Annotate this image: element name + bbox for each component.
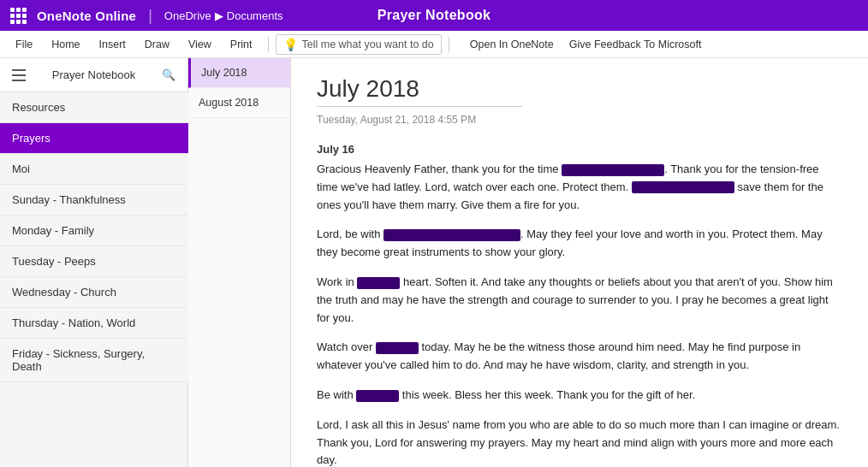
- entry-paragraph-3: Work in heart. Soften it. And take any t…: [317, 274, 842, 327]
- notebook-title: Prayer Notebook: [378, 8, 491, 23]
- open-in-onenote-button[interactable]: Open In OneNote: [463, 35, 561, 54]
- sidebar-item-resources[interactable]: Resources: [0, 92, 188, 123]
- sidebar-item-wednesday[interactable]: Wednesday - Church: [0, 277, 188, 308]
- content-area: July 2018 Tuesday, August 21, 2018 4:55 …: [291, 58, 868, 467]
- sidebar-item-moi[interactable]: Moi: [0, 154, 188, 185]
- main-layout: Prayer Notebook 🔍 Resources Prayers Moi …: [0, 58, 868, 467]
- tell-me-input[interactable]: 💡 Tell me what you want to do: [276, 34, 442, 55]
- page-item-august[interactable]: August 2018: [188, 88, 290, 118]
- feedback-button[interactable]: Give Feedback To Microsoft: [562, 35, 709, 54]
- redacted-1: [562, 164, 664, 176]
- entry-date: July 16: [317, 143, 842, 156]
- pages-list: July 2018 August 2018: [188, 58, 291, 467]
- sidebar: Prayer Notebook 🔍 Resources Prayers Moi …: [0, 58, 188, 467]
- menu-draw[interactable]: Draw: [136, 35, 178, 54]
- redacted-3: [383, 229, 520, 241]
- waffle-icon[interactable]: [10, 8, 27, 24]
- redacted-5: [376, 342, 419, 354]
- sidebar-item-sunday[interactable]: Sunday - Thankfulness: [0, 185, 188, 216]
- menu-print[interactable]: Print: [222, 35, 261, 54]
- breadcrumb-child[interactable]: Documents: [227, 9, 283, 22]
- sidebar-item-monday[interactable]: Monday - Family: [0, 216, 188, 246]
- sections-list: Resources Prayers Moi Sunday - Thankfuln…: [0, 92, 188, 382]
- breadcrumb-sep: ▶: [215, 9, 223, 22]
- sidebar-item-thursday[interactable]: Thursday - Nation, World: [0, 308, 188, 339]
- sidebar-item-tuesday[interactable]: Tuesday - Peeps: [0, 246, 188, 277]
- menu-bar: File Home Insert Draw View Print 💡 Tell …: [0, 31, 868, 58]
- entry-paragraph-2: Lord, be with . May they feel your love …: [317, 226, 842, 262]
- sidebar-notebook-title: Prayer Notebook: [29, 68, 158, 81]
- entry-paragraph-4: Watch over today. May he be the witness …: [317, 339, 842, 375]
- content-date: Tuesday, August 21, 2018 4:55 PM: [317, 114, 842, 126]
- menu-view[interactable]: View: [180, 35, 220, 54]
- page-title: July 2018: [317, 75, 842, 103]
- hamburger-icon[interactable]: [9, 66, 29, 85]
- sidebar-item-friday[interactable]: Friday - Sickness, Surgery, Death: [0, 339, 188, 382]
- entry-paragraph-6: Lord, I ask all this in Jesus' name from…: [317, 417, 842, 467]
- sidebar-header: Prayer Notebook 🔍: [0, 58, 187, 92]
- title-underline: [317, 106, 522, 107]
- menu-file[interactable]: File: [7, 35, 41, 54]
- breadcrumb: OneDrive ▶ Documents: [164, 9, 283, 22]
- search-icon[interactable]: 🔍: [158, 65, 179, 86]
- title-bar: OneNote Online | OneDrive ▶ Documents Pr…: [0, 0, 868, 31]
- tell-me-text: Tell me what you want to do: [302, 38, 434, 50]
- app-name: OneNote Online: [37, 9, 136, 23]
- menu-insert[interactable]: Insert: [91, 35, 134, 54]
- title-divider: |: [148, 7, 152, 25]
- menu-home[interactable]: Home: [43, 35, 88, 54]
- sidebar-item-prayers[interactable]: Prayers: [0, 123, 188, 154]
- entry-paragraph-1: Gracious Heavenly Father, thank you for …: [317, 161, 842, 214]
- menu-divider: [268, 37, 269, 52]
- breadcrumb-root[interactable]: OneDrive: [164, 9, 211, 22]
- entry-paragraph-5: Be with this week. Bless her this week. …: [317, 387, 842, 405]
- page-item-july[interactable]: July 2018: [188, 58, 290, 88]
- redacted-6: [356, 390, 399, 402]
- lightbulb-icon: 💡: [283, 38, 298, 51]
- menu-divider2: [449, 37, 449, 52]
- redacted-4: [357, 277, 400, 289]
- redacted-2: [632, 181, 734, 193]
